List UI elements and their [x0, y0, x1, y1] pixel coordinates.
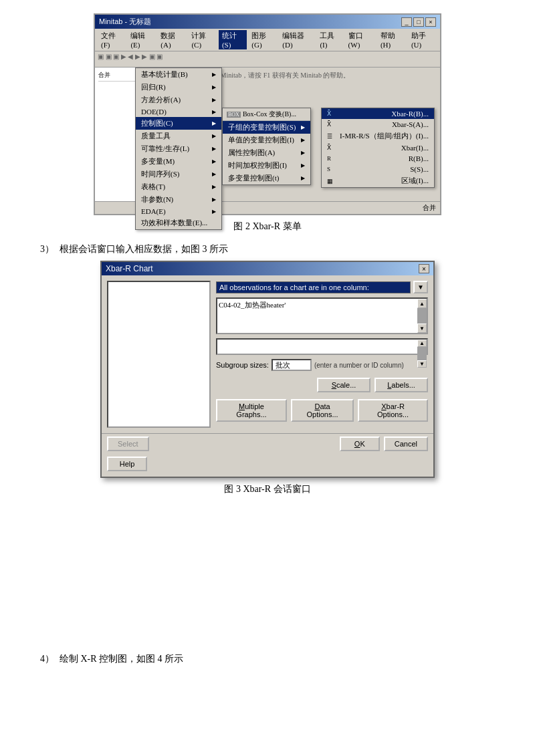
bottom-section: 4） 绘制 X-R 控制图，如图 4 所示 [40, 511, 495, 665]
labels-button[interactable]: Labels... [374, 378, 428, 392]
xbar-r-item[interactable]: X̄ Xbar-R(B)... [322, 108, 434, 119]
menu-reliability[interactable]: 可靠性/生存(L) ▶ [136, 142, 221, 155]
ok-button[interactable]: OK [340, 436, 380, 451]
menu-multivariate[interactable]: 多变量(M) ▶ [136, 155, 221, 168]
menu-nonparam[interactable]: 非参数(N) ▶ [136, 193, 221, 206]
scale-button[interactable]: Scale... [317, 378, 370, 392]
help-row: Help [102, 454, 433, 477]
listbox-scrollbar[interactable]: ▲ ▼ [417, 299, 427, 333]
r-icon: R [327, 155, 331, 162]
zone-item[interactable]: ▦ 区域(I)... [322, 174, 434, 187]
scroll-track[interactable] [417, 308, 427, 324]
menu-doe[interactable]: DOE(D) ▶ [136, 106, 221, 117]
maximize-btn[interactable]: □ [413, 17, 424, 27]
subgroup-variable-chart[interactable]: 子组的变量控制图(S) ▶ [223, 121, 310, 134]
s-item[interactable]: S S(S)... [322, 164, 434, 174]
menu-control-chart[interactable]: 控制图(C) ▶ [136, 117, 221, 130]
minitab-window: Minitab - 无标题 _ □ × 文件(F) 编辑(E) 数据(A) 计算… [94, 13, 441, 215]
step4-content: 绘制 X-R 控制图，如图 4 所示 [60, 653, 183, 665]
menu-regression[interactable]: 回归(R) ▶ [136, 81, 221, 94]
buttons-row2: Multiple Graphs... Data Options... Xbar-… [216, 399, 428, 422]
menu-power[interactable]: 功效和样本数量(E)... [136, 217, 221, 229]
step4-text: 4） 绘制 X-R 控制图，如图 4 所示 [40, 653, 495, 665]
select-dropdown-arrow[interactable]: ▼ [413, 281, 428, 293]
step3-number: 3） [40, 243, 54, 255]
menu-timeseries[interactable]: 时间序列(S) ▶ [136, 168, 221, 180]
r-item[interactable]: R R(B)... [322, 153, 434, 164]
menu-edit[interactable]: 编辑(E) [127, 30, 156, 49]
minitab-content: 合并 欢迎使用 Minitab，请按 F1 获得有关 Minitab 的帮助。 … [95, 68, 440, 201]
footer-left: Select [107, 436, 149, 451]
menu-basic-stats[interactable]: 基本统计量(B) ▶ [136, 68, 221, 81]
menu-eda[interactable]: EDA(E) ▶ [136, 206, 221, 217]
multi-variable-chart[interactable]: 多变量控制图(t) ▶ [223, 172, 310, 184]
select-button[interactable]: Select [107, 436, 149, 451]
dialog-titlebar: Xbar-R Chart × [102, 262, 433, 275]
data-listbox[interactable]: C04-02_加热器heater' ▲ ▼ [216, 297, 428, 334]
listbox-content-text: C04-02_加热器heater' [217, 299, 427, 311]
step3-content: 根据会话窗口输入相应数据，如图 3 所示 [60, 243, 228, 255]
xbar-r-options-button[interactable]: Xbar-R Options... [358, 399, 428, 422]
imr-item[interactable]: ☰ I-MR-R/S（组间/组内）(I)... [322, 130, 434, 142]
dialog-close-btn[interactable]: × [419, 264, 429, 273]
scroll-up-arrow[interactable]: ▲ [417, 299, 427, 308]
menu-tables[interactable]: 表格(T) ▶ [136, 180, 221, 193]
subgroup-dropdown: X̄ Xbar-R(B)... X̄ Xbar-S(A)... ☰ I-MR-R… [321, 108, 435, 188]
menu-quality[interactable]: 质量工具 ▶ [136, 130, 221, 142]
menu-window[interactable]: 窗口(W) [345, 30, 376, 49]
scroll-track2[interactable] [417, 347, 427, 360]
page-container: Minitab - 无标题 _ □ × 文件(F) 编辑(E) 数据(A) 计算… [0, 0, 535, 684]
time-weighted-chart[interactable]: 时间加权控制图(I) ▶ [223, 159, 310, 172]
xbar-s-item[interactable]: X̄ Xbar-S(A)... [322, 119, 434, 130]
second-listbox-scrollbar[interactable]: ▲ ▼ [417, 340, 427, 354]
minitab-menubar: 文件(F) 编辑(E) 数据(A) 计算(C) 统计(S) 图形(G) 编辑器(… [95, 29, 440, 51]
close-btn[interactable]: × [425, 17, 436, 27]
minitab-title: Minitab - 无标题 [99, 17, 151, 27]
xbar-item[interactable]: X̄ Xbar(I)... [322, 142, 434, 153]
minitab-titlebar: Minitab - 无标题 _ □ × [95, 15, 440, 29]
xbar-r-icon: X̄ [327, 110, 331, 117]
footer-right: OK Cancel [340, 436, 428, 451]
minimize-btn[interactable]: _ [401, 17, 412, 27]
menu-data[interactable]: 数据(A) [157, 30, 187, 49]
subgroup-hint: (enter a number or ID column) [314, 362, 404, 369]
subgroup-input[interactable] [272, 359, 312, 371]
menu-help[interactable]: 帮助(H) [377, 30, 407, 49]
scroll-up-arrow2[interactable]: ▲ [417, 340, 427, 347]
menu-calc[interactable]: 计算(C) [188, 30, 217, 49]
multiple-graphs-button[interactable]: Multiple Graphs... [216, 399, 287, 422]
menu-graph[interactable]: 图形(G) [248, 30, 278, 49]
second-listbox[interactable]: ▲ ▼ [216, 338, 428, 355]
figure2-caption: 图 3 Xbar-R 会话窗口 [40, 483, 495, 495]
menu-overlay: 基本统计量(B) ▶ 回归(R) ▶ 方差分析(A) ▶ DOE(D) ▶ 控制… [135, 68, 222, 230]
xbar-icon: X̄ [327, 144, 331, 151]
column-select[interactable]: All observations for a chart are in one … [216, 281, 411, 293]
subgroup-row: Subgroup sizes: (enter a number or ID co… [216, 359, 428, 371]
menu-stats[interactable]: 统计(S) [219, 30, 247, 49]
menu-anova[interactable]: 方差分析(A) ▶ [136, 94, 221, 106]
help-button[interactable]: Help [107, 457, 147, 471]
zone-icon: ▦ [327, 178, 333, 184]
welcome-text: 欢迎使用 Minitab，请按 F1 获得有关 Minitab 的帮助。 [192, 71, 437, 80]
menu-editor[interactable]: 编辑器(D) [279, 30, 315, 49]
s-icon: S [327, 166, 330, 172]
menu-assistant[interactable]: 助手(U) [408, 30, 437, 49]
data-options-button[interactable]: Data Options... [291, 399, 354, 422]
individual-variable-chart[interactable]: 单值的变量控制图(I) ▶ [223, 134, 310, 146]
subgroup-label: Subgroup sizes: [216, 361, 269, 369]
cancel-button[interactable]: Cancel [384, 436, 428, 451]
box-cox-item[interactable]: BOX Box-Cox 变换(B)... [223, 108, 310, 121]
box-cox-label: Box-Cox 变换(B)... [243, 110, 296, 119]
menu-file[interactable]: 文件(F) [98, 30, 126, 49]
figure1-caption: 图 2 Xbar-R 菜单 [40, 221, 495, 233]
attribute-chart[interactable]: 属性控制图(A) ▶ [223, 146, 310, 159]
column-listbox[interactable] [107, 281, 211, 428]
minitab-toolbar: ▣ ▣ ▣ ▶ ◀ ▶ ▶ ▣ ▣ [95, 51, 440, 68]
control-dropdown: BOX Box-Cox 变换(B)... 子组的变量控制图(S) ▶ 单值的变量… [222, 108, 311, 185]
column-select-row: All observations for a chart are in one … [216, 281, 428, 293]
scroll-down-arrow2[interactable]: ▼ [417, 360, 427, 368]
scroll-down-arrow[interactable]: ▼ [417, 324, 427, 333]
xbar-r-dialog: Xbar-R Chart × All observations for a ch… [100, 261, 435, 478]
buttons-row1: Scale... Labels... [216, 378, 428, 392]
menu-tools[interactable]: 工具(I) [316, 30, 343, 49]
